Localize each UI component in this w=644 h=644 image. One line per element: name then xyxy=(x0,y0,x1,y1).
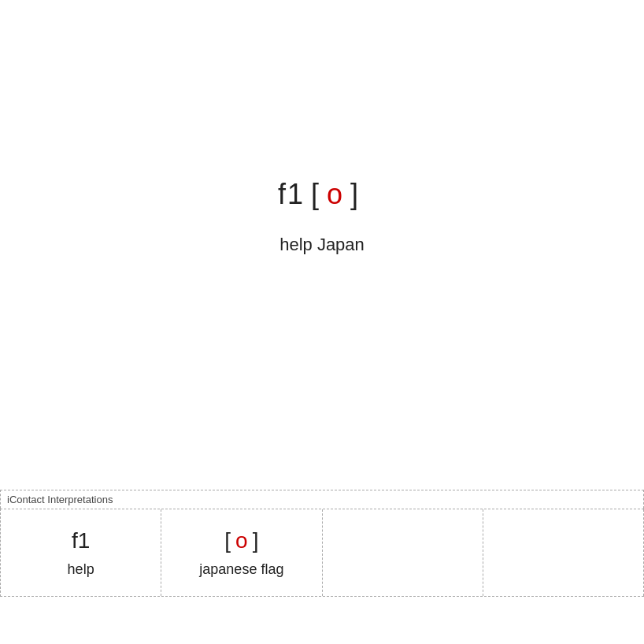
formula-display: f1 [ o ] xyxy=(278,178,366,211)
cell-2-o: o xyxy=(235,528,248,553)
icontact-section: iContact Interpretations f1 help [ o ] j… xyxy=(0,490,644,597)
main-content: f1 [ o ] help Japan xyxy=(0,0,644,402)
icontact-cell-2: [ o ] japanese flag xyxy=(161,509,322,596)
cell-2-bottom: japanese flag xyxy=(199,561,283,578)
icontact-cell-3 xyxy=(323,509,483,596)
cell-2-top: [ o ] xyxy=(224,528,258,553)
formula-bracket-close: ] xyxy=(350,178,360,211)
cell-1-f1: f1 xyxy=(72,528,90,553)
icontact-cell-4 xyxy=(483,509,644,596)
cell-2-bracket-open: [ xyxy=(224,528,231,553)
cell-2-bracket-close: ] xyxy=(253,528,259,553)
icontact-table: f1 help [ o ] japanese flag xyxy=(0,509,644,597)
icontact-label: iContact Interpretations xyxy=(0,490,644,509)
help-japan-text: help Japan xyxy=(279,235,365,255)
icontact-cell-1: f1 help xyxy=(1,509,161,596)
formula-o: o xyxy=(327,178,344,211)
cell-1-top: f1 xyxy=(72,528,90,553)
formula-f1: f1 xyxy=(278,178,305,211)
cell-1-bottom: help xyxy=(68,561,94,578)
formula-bracket-open: [ xyxy=(311,178,320,211)
